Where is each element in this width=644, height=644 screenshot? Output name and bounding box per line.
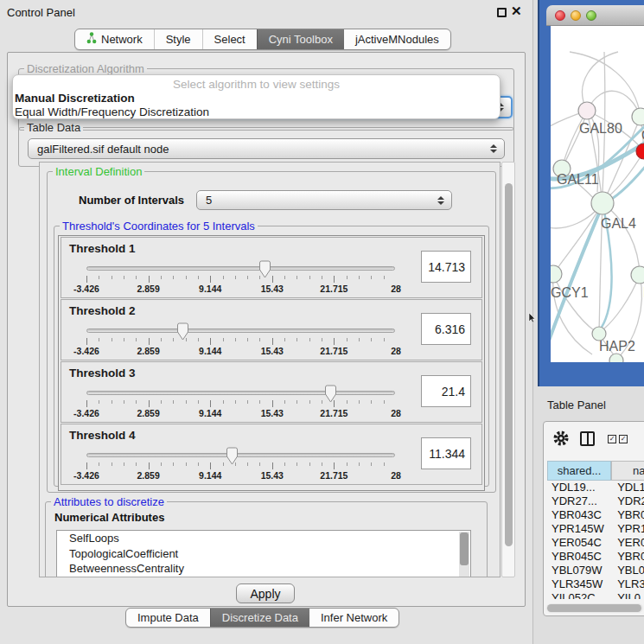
number-of-intervals-label: Number of Intervals	[79, 194, 184, 207]
slider-ticks	[86, 276, 396, 283]
mouse-cursor	[528, 313, 536, 326]
node-gal4[interactable]	[591, 192, 614, 214]
numerical-attributes-list: SelfLoops TopologicalCoefficient Between…	[56, 530, 471, 577]
top-tab-bar: Network Style Select Cyni Toolbox jActiv…	[74, 29, 451, 50]
network-canvas[interactable]: GAL80 G. C GAL11 GAL4 GCY1 H HAP2	[551, 26, 644, 362]
threshold-2-slider-track[interactable]	[86, 328, 395, 333]
threshold-3-slider-track[interactable]	[86, 391, 395, 395]
table-row[interactable]: YDL19...YDL1	[547, 481, 644, 494]
interval-definition-title: Interval Definition	[53, 165, 144, 178]
table-row[interactable]: YBR045CYBR0	[547, 550, 644, 564]
threshold-1-slider-thumb[interactable]	[258, 260, 271, 278]
tab-style[interactable]: Style	[154, 29, 202, 49]
select-all-checkbox-icon[interactable]: ✓	[608, 435, 616, 443]
threshold-1-label: Threshold 1	[69, 242, 136, 255]
control-panel-titlebar: Control Panel ✕	[0, 0, 532, 24]
right-panel: GAL80 G. C GAL11 GAL4 GCY1 H HAP2 Table …	[533, 0, 644, 644]
table-toolbar: ✓ ✓	[544, 422, 644, 456]
table-row[interactable]: YBR043CYBR0	[547, 508, 644, 522]
node-label-gal4: GAL4	[601, 216, 636, 232]
tab-network-label: Network	[101, 33, 143, 46]
attributes-group: Attributes to discretize Numerical Attri…	[45, 501, 488, 577]
threshold-4-slider-thumb[interactable]	[226, 447, 239, 465]
table-row[interactable]: YBL079WYBL0	[547, 564, 644, 577]
node-h[interactable]	[631, 266, 644, 284]
slider-ticks	[86, 338, 396, 345]
gear-icon[interactable]	[552, 430, 570, 450]
discretization-algorithm-title: Discretization Algorithm	[24, 62, 147, 75]
column-header-shared-name[interactable]: shared...	[547, 461, 611, 481]
select-none-checkbox-icon[interactable]: ✓	[619, 435, 628, 443]
list-item[interactable]: SelfLoops	[57, 531, 470, 546]
node-label-gal80: GAL80	[579, 121, 622, 137]
threshold-4-value-field[interactable]: 11.344	[421, 437, 471, 469]
numerical-attributes-label: Numerical Attributes	[54, 511, 164, 524]
table-row[interactable]: YPR145WYPR1	[547, 522, 644, 536]
threshold-3-slider-thumb[interactable]	[324, 385, 337, 403]
node-gcy1[interactable]	[551, 265, 562, 283]
list-item[interactable]: TopologicalCoefficient	[57, 546, 470, 562]
vertical-scrollbar[interactable]	[501, 162, 515, 577]
tab-jactivemnodules[interactable]: jActiveMNodules	[344, 29, 450, 49]
thresholds-group: Threshold's Coordinates for 5 Intervals …	[54, 226, 489, 487]
slider-tick-labels: -3.426 2.859 9.144 15.43 21.715 28	[86, 470, 396, 481]
number-of-intervals-value: 5	[206, 194, 212, 207]
minimize-traffic-light-icon[interactable]	[571, 10, 581, 21]
tab-infer-network[interactable]: Infer Network	[309, 609, 399, 627]
table-data-combobox[interactable]: galFiltered.sif default node	[28, 138, 505, 159]
columns-icon[interactable]	[580, 431, 595, 446]
network-window: GAL80 G. C GAL11 GAL4 GCY1 H HAP2	[538, 0, 644, 386]
popup-option-equal-width[interactable]: Equal Width/Frequency Discretization	[15, 105, 209, 118]
table-row[interactable]: YER054CYER0	[547, 536, 644, 550]
threshold-2-value-field[interactable]: 6.316	[421, 313, 471, 345]
threshold-4-slider-track[interactable]	[86, 453, 395, 457]
combo-stepper-icon	[490, 144, 497, 153]
node-partial[interactable]	[609, 354, 623, 362]
table-rows: YDL19...YDL1 YDR27...YDR2 YBR043CYBR0 YP…	[547, 481, 644, 599]
network-window-titlebar[interactable]	[546, 5, 644, 26]
threshold-2-label: Threshold 2	[69, 304, 136, 317]
table-data-selected: galFiltered.sif default node	[37, 143, 169, 156]
apply-button[interactable]: Apply	[236, 583, 295, 603]
table-panel: ✓ ✓ shared... na YDL19...YDL1 YDR27...YD…	[543, 421, 644, 616]
threshold-2-slider-thumb[interactable]	[176, 322, 189, 341]
combo-stepper-icon	[437, 196, 444, 205]
tab-select[interactable]: Select	[202, 29, 257, 49]
close-icon[interactable]: ✕	[511, 3, 522, 19]
threshold-1-slider-track[interactable]	[86, 266, 395, 271]
network-graph	[551, 26, 644, 362]
control-panel: Control Panel ✕ Network Style Select Cyn…	[0, 0, 533, 644]
threshold-1-value-field[interactable]: 14.713	[421, 251, 471, 283]
panel-title: Control Panel	[7, 6, 75, 19]
settings-scroll-panel: Interval Definition Number of Intervals …	[39, 162, 501, 577]
node-gal80[interactable]	[578, 102, 596, 119]
table-row[interactable]: YIL052CYIL0	[547, 591, 644, 599]
list-scrollbar[interactable]	[459, 532, 469, 577]
tab-impute-data[interactable]: Impute Data	[126, 609, 210, 627]
number-of-intervals-combobox[interactable]: 5	[196, 190, 452, 210]
tab-network[interactable]: Network	[75, 29, 154, 49]
interval-definition-group: Interval Definition Number of Intervals …	[47, 171, 496, 493]
table-row[interactable]: YDR27...YDR2	[547, 494, 644, 508]
network-icon	[86, 32, 97, 47]
popup-option-manual[interactable]: Manual Discretization	[15, 92, 135, 105]
close-traffic-light-icon[interactable]	[555, 10, 565, 21]
horizontal-scrollbar[interactable]	[546, 603, 643, 613]
float-window-icon[interactable]	[497, 8, 507, 17]
tab-discretize-data[interactable]: Discretize Data	[210, 609, 309, 627]
node-g[interactable]	[632, 108, 644, 125]
list-item[interactable]: BetweennessCentrality	[57, 561, 470, 577]
threshold-4-row: Threshold 4 -3.426 2.859 9.144 15.43 21.…	[61, 424, 482, 485]
column-header-name[interactable]: na	[611, 461, 644, 481]
node-label-gcy1: GCY1	[551, 285, 589, 301]
zoom-traffic-light-icon[interactable]	[586, 10, 596, 21]
thresholds-container: Threshold 1 -3.426 2.859 9.144 15.43 21.…	[58, 235, 485, 491]
threshold-3-value-field[interactable]: 21.4	[421, 375, 471, 407]
table-data-title: Table Data	[24, 121, 83, 134]
slider-tick-labels: -3.426 2.859 9.144 15.43 21.715 28	[86, 408, 396, 418]
algorithm-dropdown-popup: Select algorithm to view settings Manual…	[12, 74, 501, 119]
table-panel-title: Table Panel	[547, 399, 606, 411]
tab-cyni-toolbox[interactable]: Cyni Toolbox	[257, 29, 344, 49]
slider-ticks	[86, 462, 396, 469]
table-row[interactable]: YLR345WYLR3	[547, 577, 644, 591]
